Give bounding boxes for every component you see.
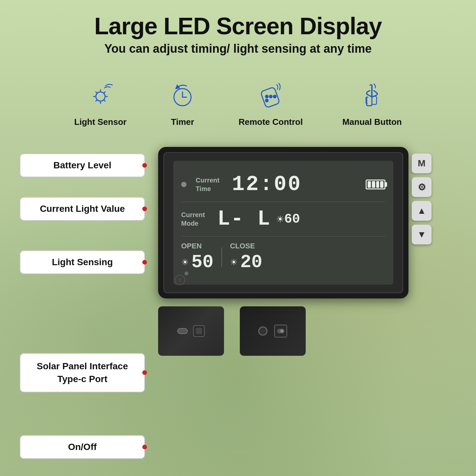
manual-icon-container: [355, 79, 388, 112]
jack-port: [258, 326, 267, 336]
light-sensing-label: Light Sensing: [20, 250, 145, 274]
current-time-label: Current Time: [196, 176, 232, 193]
open-label: OPEN: [181, 242, 202, 250]
current-time-value: 12:00: [232, 173, 366, 196]
battery-bar-4: [380, 181, 383, 188]
feature-timer: Timer: [166, 79, 199, 127]
usb-c-port: [177, 328, 188, 334]
toggle-knob: [280, 329, 284, 333]
subtitle: You can adjust timing/ light sensing at …: [0, 42, 476, 56]
close-section: CLOSE ☀ 20: [230, 242, 262, 273]
onoff-photo-inner: [240, 306, 306, 356]
time-left-section: Current Time: [181, 176, 232, 193]
button-port-inner: [196, 328, 202, 334]
remote-icon-container: [254, 79, 287, 112]
mode-sun-icon: ☀: [276, 214, 284, 225]
down-button[interactable]: ▼: [412, 225, 432, 244]
svg-point-17: [266, 99, 268, 102]
main-title: Large LED Screen Display: [0, 13, 476, 39]
toggle-inner: [277, 329, 284, 333]
device-casing: M ⚙ ▲ ▼: [158, 147, 408, 298]
open-value: 50: [191, 252, 213, 273]
current-mode-row: Current Mode L- L ☀ 60: [181, 202, 385, 237]
gear-button[interactable]: ⚙: [412, 177, 432, 197]
manual-button-icon: [359, 82, 385, 108]
feature-remote: Remote Control: [238, 79, 303, 127]
svg-line-5: [96, 92, 97, 93]
remote-control-icon: [258, 82, 284, 108]
close-value: 20: [240, 252, 262, 273]
current-time-row: Current Time 12:00: [181, 167, 385, 202]
remote-label: Remote Control: [238, 117, 303, 127]
svg-point-14: [266, 95, 268, 98]
up-button[interactable]: ▲: [412, 201, 432, 221]
open-close-row: OPEN ☀ 50: [181, 237, 385, 278]
current-mode-label: Current Mode: [181, 210, 217, 228]
onoff-label: On/Off: [20, 435, 145, 459]
svg-line-6: [104, 100, 105, 101]
svg-point-0: [96, 92, 105, 101]
lower-sensor-area: [184, 271, 188, 275]
open-section: OPEN ☀ 50: [181, 242, 213, 273]
device-bottom-section: [158, 306, 306, 356]
toggle-switch[interactable]: [274, 324, 287, 338]
current-light-label: Current Light Value: [20, 197, 145, 221]
battery-level-label: Battery Level: [20, 154, 145, 177]
sensor-dot-top: [181, 182, 186, 187]
header-section: Large LED Screen Display You can adjust …: [0, 0, 476, 62]
light-sensor-label: Light Sensor: [74, 117, 126, 127]
feature-light-sensor: Light Sensor: [74, 79, 126, 127]
battery-bar-2: [372, 181, 375, 188]
battery-icon: [366, 180, 385, 189]
screw-icon: +: [175, 275, 185, 285]
manual-button-label: Manual Button: [342, 117, 402, 127]
svg-marker-12: [176, 85, 179, 89]
oc-divider: [221, 247, 222, 267]
feature-manual: Manual Button: [342, 79, 402, 127]
lower-sensor-dot: [184, 271, 188, 275]
oc-row-inner: OPEN ☀ 50: [181, 242, 385, 273]
battery-body: [366, 180, 385, 189]
main-content-area: Battery Level Current Light Value Light …: [0, 147, 476, 459]
solar-panel-label: Solar Panel InterfaceType-c Port: [20, 353, 145, 392]
device-area: M ⚙ ▲ ▼: [158, 147, 456, 356]
m-button[interactable]: M: [412, 154, 432, 173]
svg-line-8: [104, 92, 105, 93]
button-port: [193, 325, 205, 337]
timer-icon: [169, 82, 196, 108]
svg-point-15: [269, 95, 272, 98]
mode-number: 60: [284, 212, 300, 227]
open-sun-icon: ☀: [181, 257, 189, 267]
light-sensor-icon: [87, 82, 114, 108]
timer-label: Timer: [171, 117, 194, 127]
side-buttons-panel: M ⚙ ▲ ▼: [412, 154, 432, 244]
display-inner: Current Time 12:00: [173, 161, 393, 285]
onoff-photo: [240, 306, 306, 356]
svg-point-16: [273, 95, 276, 98]
battery-bar-3: [376, 181, 379, 188]
close-sun-icon: ☀: [230, 257, 238, 267]
timer-icon-container: [166, 79, 199, 112]
feature-labels-column: Battery Level Current Light Value Light …: [20, 147, 145, 459]
svg-line-7: [96, 100, 97, 101]
light-sensor-icon-container: [84, 79, 117, 112]
close-label: CLOSE: [230, 242, 255, 250]
port-photo-inner: [158, 306, 224, 356]
led-display: Current Time 12:00: [163, 152, 403, 293]
current-mode-value: L- L: [217, 207, 271, 231]
features-row: Light Sensor Timer: [0, 79, 476, 127]
solar-port-photo: [158, 306, 224, 356]
battery-bar-1: [368, 181, 371, 188]
